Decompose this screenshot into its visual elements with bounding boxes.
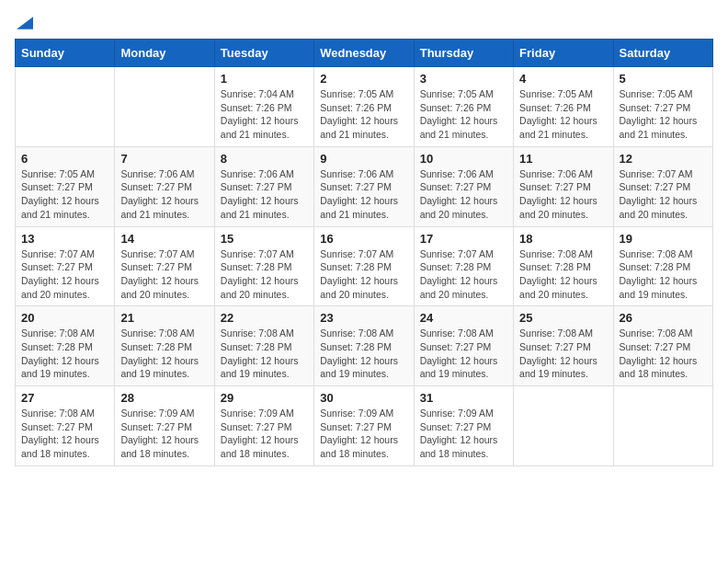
calendar-cell: 21Sunrise: 7:08 AM Sunset: 7:28 PM Dayli…	[115, 306, 214, 386]
calendar-cell: 3Sunrise: 7:05 AM Sunset: 7:26 PM Daylig…	[414, 67, 513, 147]
day-info: Sunrise: 7:07 AM Sunset: 7:28 PM Dayligh…	[420, 247, 507, 302]
calendar-cell: 23Sunrise: 7:08 AM Sunset: 7:28 PM Dayli…	[314, 306, 414, 386]
day-number: 27	[21, 391, 108, 405]
calendar-week-row: 1Sunrise: 7:04 AM Sunset: 7:26 PM Daylig…	[16, 67, 713, 147]
day-info: Sunrise: 7:05 AM Sunset: 7:26 PM Dayligh…	[320, 87, 407, 142]
day-number: 26	[620, 311, 707, 325]
calendar-week-row: 6Sunrise: 7:05 AM Sunset: 7:27 PM Daylig…	[16, 146, 713, 226]
day-info: Sunrise: 7:05 AM Sunset: 7:27 PM Dayligh…	[21, 167, 108, 222]
calendar-cell: 28Sunrise: 7:09 AM Sunset: 7:27 PM Dayli…	[115, 386, 214, 466]
day-number: 8	[221, 152, 308, 166]
calendar-cell: 17Sunrise: 7:07 AM Sunset: 7:28 PM Dayli…	[414, 226, 513, 306]
day-info: Sunrise: 7:09 AM Sunset: 7:27 PM Dayligh…	[420, 407, 507, 461]
day-info: Sunrise: 7:09 AM Sunset: 7:27 PM Dayligh…	[120, 407, 208, 461]
day-info: Sunrise: 7:08 AM Sunset: 7:27 PM Dayligh…	[21, 407, 108, 461]
day-number: 23	[320, 311, 407, 325]
day-number: 30	[320, 391, 407, 405]
calendar-cell: 9Sunrise: 7:06 AM Sunset: 7:27 PM Daylig…	[314, 146, 414, 226]
day-info: Sunrise: 7:08 AM Sunset: 7:28 PM Dayligh…	[519, 247, 607, 302]
day-info: Sunrise: 7:06 AM Sunset: 7:27 PM Dayligh…	[320, 167, 407, 222]
day-info: Sunrise: 7:09 AM Sunset: 7:27 PM Dayligh…	[221, 407, 308, 461]
day-number: 31	[420, 391, 507, 405]
day-number: 20	[21, 311, 108, 325]
day-number: 16	[320, 232, 407, 246]
calendar-cell: 22Sunrise: 7:08 AM Sunset: 7:28 PM Dayli…	[214, 306, 313, 386]
weekday-header-sunday: Sunday	[16, 40, 115, 67]
day-number: 29	[221, 391, 308, 405]
calendar-cell	[613, 386, 712, 466]
day-number: 7	[120, 152, 208, 166]
day-number: 10	[420, 152, 507, 166]
day-info: Sunrise: 7:06 AM Sunset: 7:27 PM Dayligh…	[120, 167, 208, 222]
day-number: 9	[320, 152, 407, 166]
day-number: 25	[519, 311, 607, 325]
day-info: Sunrise: 7:09 AM Sunset: 7:27 PM Dayligh…	[320, 407, 407, 461]
calendar-cell: 31Sunrise: 7:09 AM Sunset: 7:27 PM Dayli…	[414, 386, 513, 466]
calendar-week-row: 27Sunrise: 7:08 AM Sunset: 7:27 PM Dayli…	[16, 386, 713, 466]
day-number: 15	[221, 232, 308, 246]
calendar-cell: 16Sunrise: 7:07 AM Sunset: 7:28 PM Dayli…	[314, 226, 414, 306]
weekday-header-tuesday: Tuesday	[214, 40, 313, 67]
calendar-cell: 5Sunrise: 7:05 AM Sunset: 7:27 PM Daylig…	[613, 67, 712, 147]
calendar-week-row: 20Sunrise: 7:08 AM Sunset: 7:28 PM Dayli…	[16, 306, 713, 386]
calendar-cell: 18Sunrise: 7:08 AM Sunset: 7:28 PM Dayli…	[514, 226, 613, 306]
calendar-week-row: 13Sunrise: 7:07 AM Sunset: 7:27 PM Dayli…	[16, 226, 713, 306]
svg-marker-0	[17, 17, 33, 29]
calendar-cell: 11Sunrise: 7:06 AM Sunset: 7:27 PM Dayli…	[514, 146, 613, 226]
day-number: 6	[21, 152, 108, 166]
calendar-cell: 14Sunrise: 7:07 AM Sunset: 7:27 PM Dayli…	[115, 226, 214, 306]
calendar-cell: 27Sunrise: 7:08 AM Sunset: 7:27 PM Dayli…	[16, 386, 115, 466]
day-info: Sunrise: 7:08 AM Sunset: 7:27 PM Dayligh…	[420, 327, 507, 381]
calendar-cell: 1Sunrise: 7:04 AM Sunset: 7:26 PM Daylig…	[214, 67, 313, 147]
day-info: Sunrise: 7:06 AM Sunset: 7:27 PM Dayligh…	[519, 167, 607, 222]
calendar-cell: 12Sunrise: 7:07 AM Sunset: 7:27 PM Dayli…	[613, 146, 712, 226]
calendar-cell: 6Sunrise: 7:05 AM Sunset: 7:27 PM Daylig…	[16, 146, 115, 226]
day-number: 1	[221, 72, 308, 86]
day-info: Sunrise: 7:08 AM Sunset: 7:28 PM Dayligh…	[320, 327, 407, 381]
day-number: 21	[120, 311, 208, 325]
day-info: Sunrise: 7:08 AM Sunset: 7:28 PM Dayligh…	[21, 327, 108, 381]
calendar-cell: 19Sunrise: 7:08 AM Sunset: 7:28 PM Dayli…	[613, 226, 712, 306]
calendar-cell: 26Sunrise: 7:08 AM Sunset: 7:27 PM Dayli…	[613, 306, 712, 386]
calendar-cell: 13Sunrise: 7:07 AM Sunset: 7:27 PM Dayli…	[16, 226, 115, 306]
day-info: Sunrise: 7:07 AM Sunset: 7:27 PM Dayligh…	[21, 247, 108, 302]
calendar-cell: 7Sunrise: 7:06 AM Sunset: 7:27 PM Daylig…	[115, 146, 214, 226]
calendar-cell	[115, 67, 214, 147]
weekday-header-row: SundayMondayTuesdayWednesdayThursdayFrid…	[16, 40, 713, 67]
day-number: 2	[320, 72, 407, 86]
day-number: 28	[120, 391, 208, 405]
day-number: 22	[221, 311, 308, 325]
day-info: Sunrise: 7:06 AM Sunset: 7:27 PM Dayligh…	[221, 167, 308, 222]
day-info: Sunrise: 7:08 AM Sunset: 7:28 PM Dayligh…	[620, 247, 707, 302]
calendar-cell: 10Sunrise: 7:06 AM Sunset: 7:27 PM Dayli…	[414, 146, 513, 226]
day-info: Sunrise: 7:08 AM Sunset: 7:27 PM Dayligh…	[519, 327, 607, 381]
day-info: Sunrise: 7:07 AM Sunset: 7:27 PM Dayligh…	[620, 167, 707, 222]
day-info: Sunrise: 7:06 AM Sunset: 7:27 PM Dayligh…	[420, 167, 507, 222]
day-info: Sunrise: 7:07 AM Sunset: 7:28 PM Dayligh…	[221, 247, 308, 302]
weekday-header-saturday: Saturday	[613, 40, 712, 67]
day-number: 24	[420, 311, 507, 325]
calendar-cell: 8Sunrise: 7:06 AM Sunset: 7:27 PM Daylig…	[214, 146, 313, 226]
day-number: 19	[620, 232, 707, 246]
calendar-cell: 25Sunrise: 7:08 AM Sunset: 7:27 PM Dayli…	[514, 306, 613, 386]
day-info: Sunrise: 7:08 AM Sunset: 7:28 PM Dayligh…	[120, 327, 208, 381]
day-number: 4	[519, 72, 607, 86]
day-number: 17	[420, 232, 507, 246]
day-number: 13	[21, 232, 108, 246]
day-info: Sunrise: 7:08 AM Sunset: 7:27 PM Dayligh…	[620, 327, 707, 381]
day-info: Sunrise: 7:07 AM Sunset: 7:27 PM Dayligh…	[120, 247, 208, 302]
day-info: Sunrise: 7:08 AM Sunset: 7:28 PM Dayligh…	[221, 327, 308, 381]
calendar-cell: 4Sunrise: 7:05 AM Sunset: 7:26 PM Daylig…	[514, 67, 613, 147]
day-info: Sunrise: 7:05 AM Sunset: 7:26 PM Dayligh…	[420, 87, 507, 142]
day-info: Sunrise: 7:05 AM Sunset: 7:26 PM Dayligh…	[519, 87, 607, 142]
day-number: 5	[620, 72, 707, 86]
weekday-header-wednesday: Wednesday	[314, 40, 414, 67]
calendar-cell	[514, 386, 613, 466]
day-info: Sunrise: 7:05 AM Sunset: 7:27 PM Dayligh…	[620, 87, 707, 142]
calendar-cell: 2Sunrise: 7:05 AM Sunset: 7:26 PM Daylig…	[314, 67, 414, 147]
day-info: Sunrise: 7:04 AM Sunset: 7:26 PM Dayligh…	[221, 87, 308, 142]
calendar-cell: 29Sunrise: 7:09 AM Sunset: 7:27 PM Dayli…	[214, 386, 313, 466]
calendar-cell: 30Sunrise: 7:09 AM Sunset: 7:27 PM Dayli…	[314, 386, 414, 466]
calendar-cell	[16, 67, 115, 147]
day-number: 3	[420, 72, 507, 86]
